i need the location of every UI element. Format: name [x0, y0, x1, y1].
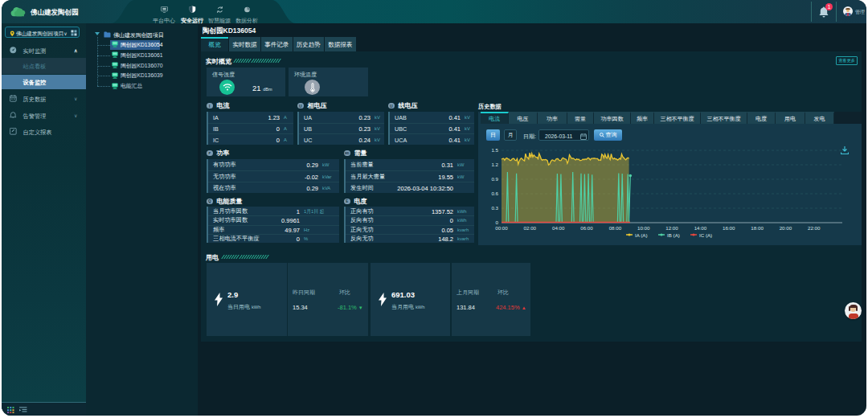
svg-text:00:00: 00:00 [495, 225, 508, 231]
svg-text:22:00: 22:00 [808, 225, 821, 231]
svg-text:0.9: 0.9 [491, 176, 498, 182]
svg-text:IB (A): IB (A) [667, 232, 680, 238]
svg-text:0: 0 [496, 219, 499, 225]
svg-text:IA (A): IA (A) [635, 232, 647, 238]
svg-text:1.5: 1.5 [491, 147, 498, 153]
svg-text:20:00: 20:00 [780, 225, 792, 231]
svg-text:0.6: 0.6 [491, 191, 498, 196]
svg-text:1.2: 1.2 [491, 162, 498, 167]
svg-text:06:00: 06:00 [580, 225, 593, 231]
svg-text:18:00: 18:00 [751, 225, 764, 231]
svg-text:12:00: 12:00 [665, 225, 678, 231]
svg-text:08:00: 08:00 [609, 225, 622, 231]
svg-text:10:00: 10:00 [637, 225, 650, 231]
svg-text:IC (A): IC (A) [699, 232, 712, 238]
svg-text:14:00: 14:00 [694, 225, 707, 231]
svg-text:16:00: 16:00 [723, 225, 735, 231]
svg-text:0.3: 0.3 [491, 205, 498, 211]
svg-text:04:00: 04:00 [552, 225, 565, 231]
svg-text:02:00: 02:00 [524, 225, 537, 231]
